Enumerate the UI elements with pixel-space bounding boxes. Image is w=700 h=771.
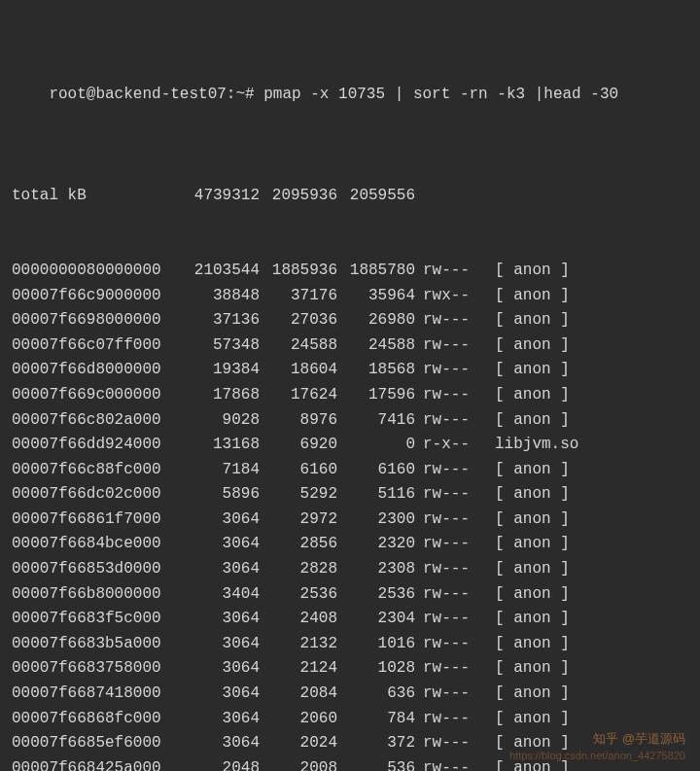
memory-row: 0000000080000000210354418859361885780rw-…: [12, 259, 688, 284]
dirty-cell: 1016: [337, 632, 415, 657]
kbytes-cell: 3404: [182, 582, 260, 608]
rss-cell: 6920: [260, 433, 337, 458]
dirty-cell: 1028: [337, 656, 415, 682]
kbytes-cell: 7184: [182, 458, 260, 483]
dirty-cell: 2320: [337, 532, 415, 557]
mapping-cell: [ anon ]: [473, 707, 570, 732]
watermark-sub-text: https://blog.csdn.net/anon_44275820: [509, 748, 685, 765]
mapping-cell: [ anon ]: [473, 656, 570, 682]
mode-cell: rw---: [415, 707, 473, 732]
kbytes-cell: 3064: [182, 682, 260, 707]
mapping-cell: [ anon ]: [473, 582, 570, 608]
address-cell: 00007f66dc02c000: [12, 482, 182, 508]
rss-cell: 18604: [260, 358, 337, 383]
kbytes-cell: 2103544: [182, 259, 260, 284]
mapping-cell: [ anon ]: [473, 259, 570, 284]
memory-row: 00007f66c802a000902889767416rw---[ anon …: [12, 408, 688, 434]
dirty-cell: 17596: [337, 383, 415, 408]
total-label: total kB: [12, 184, 182, 209]
kbytes-cell: 3064: [182, 656, 260, 682]
mapping-cell: [ anon ]: [473, 458, 570, 483]
rss-cell: 2060: [260, 707, 337, 732]
watermark-text: 知乎 @芋道源码: [593, 729, 685, 750]
dirty-cell: 0: [337, 433, 415, 458]
kbytes-cell: 3064: [182, 508, 260, 533]
memory-row: 00007f66868fc00030642060784rw---[ anon ]: [12, 707, 688, 732]
total-dirty: 2059556: [337, 184, 415, 209]
kbytes-cell: 17868: [182, 383, 260, 408]
mapping-cell: [ anon ]: [473, 284, 570, 309]
total-row: total kB473931220959362059556: [12, 184, 688, 209]
rss-cell: 37176: [260, 284, 337, 309]
memory-row: 00007f66861f7000306429722300rw---[ anon …: [12, 508, 688, 533]
address-cell: 00007f6698000000: [12, 308, 182, 333]
kbytes-cell: 13168: [182, 433, 260, 458]
mapping-cell: [ anon ]: [473, 508, 570, 533]
rss-cell: 2084: [260, 682, 337, 707]
memory-row: 00007f66853d0000306428282308rw---[ anon …: [12, 557, 688, 582]
mode-cell: rw---: [415, 482, 473, 508]
kbytes-cell: 3064: [182, 731, 260, 756]
memory-row: 00007f66dd9240001316869200r-x--libjvm.so: [12, 433, 688, 458]
kbytes-cell: 2048: [182, 756, 260, 771]
memory-row: 00007f668741800030642084636rw---[ anon ]: [12, 682, 688, 707]
rss-cell: 2132: [260, 632, 337, 657]
dirty-cell: 7416: [337, 408, 415, 434]
terminal-output: root@backend-test07:~# pmap -x 10735 | s…: [12, 8, 688, 771]
mode-cell: rw---: [415, 508, 473, 533]
mode-cell: rw---: [415, 582, 473, 608]
memory-row: 00007f66b8000000340425362536rw---[ anon …: [12, 582, 688, 608]
memory-row: 00007f66dc02c000589652925116rw---[ anon …: [12, 482, 688, 508]
rss-cell: 2024: [260, 731, 337, 756]
mode-cell: rw---: [415, 607, 473, 632]
memory-row: 00007f6683758000306421241028rw---[ anon …: [12, 656, 688, 682]
rss-cell: 17624: [260, 383, 337, 408]
kbytes-cell: 37136: [182, 308, 260, 333]
address-cell: 00007f668425a000: [12, 756, 182, 771]
memory-row: 00007f6683f5c000306424082304rw---[ anon …: [12, 607, 688, 632]
total-rss: 2095936: [260, 184, 337, 209]
memory-row: 00007f66c07ff000573482458824588rw---[ an…: [12, 333, 688, 359]
rss-cell: 2124: [260, 656, 337, 682]
rss-cell: 2408: [260, 607, 337, 632]
mapping-cell: [ anon ]: [473, 482, 570, 508]
dirty-cell: 2536: [337, 582, 415, 608]
memory-row: 00007f66c9000000388483717635964rwx--[ an…: [12, 284, 688, 309]
mapping-cell: libjvm.so: [473, 433, 578, 458]
address-cell: 00007f6683758000: [12, 656, 182, 682]
dirty-cell: 784: [337, 707, 415, 732]
address-cell: 00007f66868fc000: [12, 707, 182, 732]
command-text: pmap -x 10735 | sort -rn -k3 |head -30: [263, 86, 618, 103]
address-cell: 00007f66c9000000: [12, 284, 182, 309]
kbytes-cell: 57348: [182, 333, 260, 359]
memory-row: 00007f66c88fc000718461606160rw---[ anon …: [12, 458, 688, 483]
mapping-cell: [ anon ]: [473, 383, 570, 408]
address-cell: 00007f66c802a000: [12, 408, 182, 434]
mapping-cell: [ anon ]: [473, 333, 570, 359]
mode-cell: rw---: [415, 557, 473, 582]
kbytes-cell: 3064: [182, 532, 260, 557]
rss-cell: 5292: [260, 482, 337, 508]
dirty-cell: 2304: [337, 607, 415, 632]
mode-cell: rw---: [415, 259, 473, 284]
memory-row: 00007f6698000000371362703626980rw---[ an…: [12, 308, 688, 333]
memory-row: 00007f6684bce000306428562320rw---[ anon …: [12, 532, 688, 557]
mode-cell: rw---: [415, 756, 473, 771]
dirty-cell: 1885780: [337, 259, 415, 284]
kbytes-cell: 3064: [182, 707, 260, 732]
dirty-cell: 536: [337, 756, 415, 771]
dirty-cell: 35964: [337, 284, 415, 309]
dirty-cell: 24588: [337, 333, 415, 359]
mode-cell: rw---: [415, 656, 473, 682]
rss-cell: 8976: [260, 408, 337, 434]
total-kb: 4739312: [182, 184, 260, 209]
mode-cell: rw---: [415, 532, 473, 557]
address-cell: 00007f66d8000000: [12, 358, 182, 383]
address-cell: 00007f66c07ff000: [12, 333, 182, 359]
kbytes-cell: 3064: [182, 632, 260, 657]
kbytes-cell: 19384: [182, 358, 260, 383]
mapping-cell: [ anon ]: [473, 408, 570, 434]
mode-cell: rw---: [415, 358, 473, 383]
rss-cell: 27036: [260, 308, 337, 333]
kbytes-cell: 9028: [182, 408, 260, 434]
